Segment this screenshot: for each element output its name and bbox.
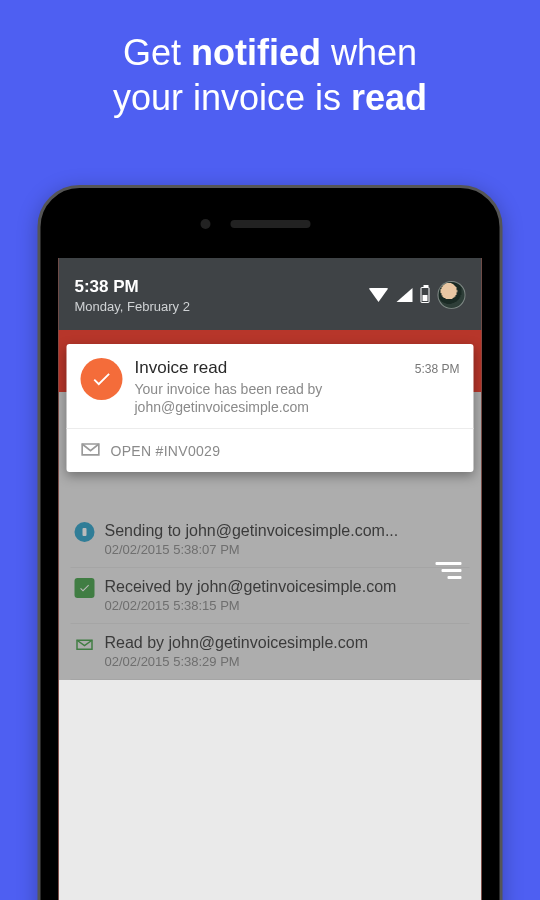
device-sensor bbox=[230, 220, 310, 228]
log-item[interactable]: Received by john@getinvoicesimple.com 02… bbox=[71, 568, 470, 624]
check-icon bbox=[75, 578, 95, 598]
notification-time: 5:38 PM bbox=[415, 362, 460, 376]
log-item-timestamp: 02/02/2015 5:38:29 PM bbox=[105, 654, 466, 669]
notification-action-label: OPEN #INV0029 bbox=[111, 443, 221, 459]
checkmark-circle-icon bbox=[81, 358, 123, 400]
log-item-title: Sending to john@getinvoicesimple.com... bbox=[105, 522, 466, 540]
notification-title: Invoice read bbox=[135, 358, 228, 378]
notification-shade-header[interactable]: 5:38 PM Monday, February 2 bbox=[59, 258, 482, 330]
notification-card[interactable]: Invoice read 5:38 PM Your invoice has be… bbox=[67, 344, 474, 472]
log-item-title: Read by john@getinvoicesimple.com bbox=[105, 634, 466, 652]
envelope-icon bbox=[81, 441, 101, 460]
status-time: 5:38 PM bbox=[75, 277, 369, 297]
filter-icon[interactable] bbox=[436, 558, 462, 583]
info-icon bbox=[75, 522, 95, 542]
notification-action-open[interactable]: OPEN #INV0029 bbox=[67, 428, 474, 472]
battery-icon bbox=[421, 287, 430, 303]
status-date: Monday, February 2 bbox=[75, 299, 369, 314]
log-item-timestamp: 02/02/2015 5:38:15 PM bbox=[105, 598, 466, 613]
device-frame: Sending to john@getinvoicesimple.com... … bbox=[38, 185, 503, 900]
wifi-icon bbox=[369, 288, 389, 302]
status-icons bbox=[369, 281, 466, 309]
log-item[interactable]: Sending to john@getinvoicesimple.com... … bbox=[71, 512, 470, 568]
signal-icon bbox=[397, 288, 413, 302]
device-screen: Sending to john@getinvoicesimple.com... … bbox=[59, 258, 482, 900]
promo-headline: Get notified when your invoice is read bbox=[0, 0, 540, 148]
log-item[interactable]: Read by john@getinvoicesimple.com 02/02/… bbox=[71, 624, 470, 680]
log-item-timestamp: 02/02/2015 5:38:07 PM bbox=[105, 542, 466, 557]
user-avatar[interactable] bbox=[438, 281, 466, 309]
notification-message: Your invoice has been read by john@getin… bbox=[135, 380, 460, 416]
envelope-open-icon bbox=[75, 634, 95, 654]
log-item-title: Received by john@getinvoicesimple.com bbox=[105, 578, 466, 596]
